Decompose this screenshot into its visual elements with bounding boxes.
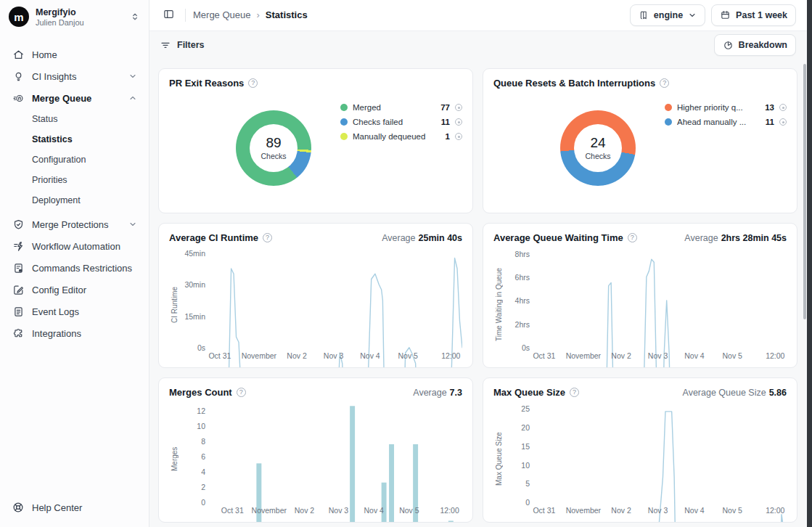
y-axis-tick: 2hrs bbox=[515, 320, 530, 329]
x-axis-tick: Nov 5 bbox=[722, 351, 742, 360]
repo-select-button[interactable]: engine bbox=[630, 4, 705, 26]
date-range-button[interactable]: Past 1 week bbox=[711, 4, 796, 26]
legend-item[interactable]: Ahead manually ...11 bbox=[665, 115, 787, 129]
legend-value: 13 bbox=[765, 103, 774, 112]
card-merges-count: Merges Count ? Average7.3 Merges 0246810… bbox=[158, 377, 473, 523]
help-question-icon[interactable]: ? bbox=[628, 233, 637, 242]
sidebar-item-label: Configuration bbox=[32, 155, 86, 165]
app-window: m Mergifyio Julien Danjou Home CI Insigh… bbox=[0, 0, 812, 527]
filters-button[interactable]: Filters bbox=[160, 39, 205, 51]
help-question-icon[interactable]: ? bbox=[570, 388, 579, 397]
filter-toolbar: Filters Breakdown bbox=[149, 31, 812, 60]
org-switcher[interactable]: m Mergifyio Julien Danjou bbox=[0, 0, 149, 33]
breadcrumb-parent[interactable]: Merge Queue bbox=[193, 9, 251, 20]
x-axis-tick: Nov 3 bbox=[648, 506, 668, 515]
legend-label: Merged bbox=[353, 103, 435, 112]
merge-queue-icon bbox=[12, 92, 25, 105]
sidebar-item-configuration[interactable]: Configuration bbox=[6, 150, 143, 170]
x-axis-tick: Nov 5 bbox=[398, 351, 417, 360]
donut-center: 24 Checks bbox=[574, 124, 622, 172]
x-axis-tick: Nov 4 bbox=[684, 506, 704, 515]
line-chart[interactable] bbox=[534, 402, 787, 503]
line-chart[interactable] bbox=[210, 248, 462, 348]
mergify-logo: m bbox=[9, 7, 29, 27]
bar-chart[interactable] bbox=[210, 402, 462, 503]
legend-value: 1 bbox=[446, 132, 450, 141]
sidebar-item-commands-restrictions[interactable]: Commands Restrictions bbox=[6, 257, 143, 279]
card-ci-runtime: Average CI Runtime ? Average25min 40s CI… bbox=[158, 223, 473, 368]
sidebar-item-config-editor[interactable]: Config Editor bbox=[6, 279, 143, 301]
legend-color-dot bbox=[340, 118, 348, 126]
y-axis-tick: 15 bbox=[521, 442, 530, 451]
sidebar-item-label: Commands Restrictions bbox=[32, 263, 137, 274]
repo-select-value: engine bbox=[654, 10, 683, 20]
scrollbar-thumb[interactable] bbox=[803, 64, 806, 319]
help-question-icon[interactable]: ? bbox=[248, 78, 258, 88]
help-question-icon[interactable]: ? bbox=[263, 233, 272, 242]
sidebar-item-label: Status bbox=[32, 114, 57, 124]
x-axis-tick: Nov 5 bbox=[722, 506, 742, 515]
legend-item[interactable]: Checks failed11 bbox=[340, 115, 462, 129]
sidebar-item-event-logs[interactable]: Event Logs bbox=[6, 301, 143, 322]
y-axis-tick: 0s bbox=[522, 343, 530, 352]
legend-item[interactable]: Higher priority q...13 bbox=[665, 100, 787, 115]
legend-eye-icon[interactable] bbox=[779, 104, 787, 111]
legend-value: 77 bbox=[440, 103, 450, 112]
legend-item[interactable]: Manually dequeued1 bbox=[340, 129, 462, 144]
sidebar-toggle-button[interactable] bbox=[160, 5, 178, 25]
sidebar-item-home[interactable]: Home bbox=[6, 44, 143, 65]
legend-color-dot bbox=[665, 104, 672, 111]
help-question-icon[interactable]: ? bbox=[660, 78, 669, 88]
x-axis-tick: 12:00 bbox=[440, 506, 459, 515]
sidebar-item-priorities[interactable]: Priorities bbox=[6, 170, 143, 190]
breakdown-button[interactable]: Breakdown bbox=[714, 34, 796, 56]
pie-chart-icon bbox=[723, 40, 734, 51]
sidebar-item-deployment[interactable]: Deployment bbox=[6, 190, 143, 211]
sidebar-item-workflow-automation[interactable]: Workflow Automation bbox=[6, 235, 143, 257]
lightbulb-icon bbox=[12, 70, 25, 83]
legend-eye-icon[interactable] bbox=[455, 104, 462, 111]
legend-value: 11 bbox=[766, 118, 774, 126]
date-range-label: Past 1 week bbox=[736, 10, 787, 20]
line-chart[interactable] bbox=[534, 248, 787, 348]
sidebar-item-integrations[interactable]: Integrations bbox=[6, 322, 143, 344]
legend-label: Ahead manually ... bbox=[677, 118, 760, 126]
help-center-link[interactable]: Help Center bbox=[0, 491, 149, 527]
sidebar-item-label: Integrations bbox=[32, 328, 137, 339]
y-axis-tick: 6hrs bbox=[515, 273, 530, 282]
sidebar-item-merge-queue[interactable]: Merge Queue bbox=[6, 87, 143, 109]
y-axis: 0s2hrs4hrs6hrs8hrs bbox=[504, 248, 534, 348]
topbar-divider bbox=[185, 9, 186, 22]
average-stat: Average7.3 bbox=[413, 388, 462, 398]
chevron-down-icon bbox=[128, 72, 137, 81]
donut-total-label: Checks bbox=[261, 152, 286, 160]
help-question-icon[interactable]: ? bbox=[237, 388, 246, 397]
x-axis-tick: Nov 3 bbox=[324, 351, 343, 360]
y-axis-tick: 2 bbox=[201, 483, 205, 491]
sidebar-item-status[interactable]: Status bbox=[6, 109, 143, 129]
x-axis-tick: Nov 3 bbox=[648, 351, 668, 360]
card-title: Average CI Runtime bbox=[169, 232, 258, 243]
y-axis-tick: 10 bbox=[521, 461, 530, 470]
legend-eye-icon[interactable] bbox=[779, 118, 787, 126]
donut-chart[interactable]: 24 Checks bbox=[560, 110, 636, 186]
donut-total: 89 bbox=[266, 135, 281, 151]
donut-total-label: Checks bbox=[585, 152, 610, 160]
sidebar-item-merge-protections[interactable]: Merge Protections bbox=[6, 213, 143, 235]
calendar-icon bbox=[720, 9, 731, 20]
y-axis: 0510152025 bbox=[504, 402, 534, 503]
legend-eye-icon[interactable] bbox=[455, 133, 462, 140]
y-axis-label: CI Runtime bbox=[169, 248, 179, 361]
legend-value: 11 bbox=[441, 118, 450, 126]
x-axis-tick: Oct 31 bbox=[533, 351, 555, 360]
y-axis-tick: 30min bbox=[184, 280, 205, 289]
org-switcher-chevrons-icon[interactable] bbox=[130, 12, 140, 22]
sidebar-item-statistics[interactable]: Statistics bbox=[6, 129, 143, 150]
card-queue-resets: Queue Resets & Batch Interruptions ? 24 … bbox=[483, 68, 797, 213]
donut-chart[interactable]: 89 Checks bbox=[236, 110, 311, 186]
legend-eye-icon[interactable] bbox=[455, 118, 462, 126]
sidebar-item-ci-insights[interactable]: CI Insights bbox=[6, 65, 143, 87]
legend-item[interactable]: Merged77 bbox=[340, 100, 462, 115]
breadcrumb: Merge Queue › Statistics bbox=[193, 9, 308, 20]
legend-label: Checks failed bbox=[353, 118, 436, 126]
